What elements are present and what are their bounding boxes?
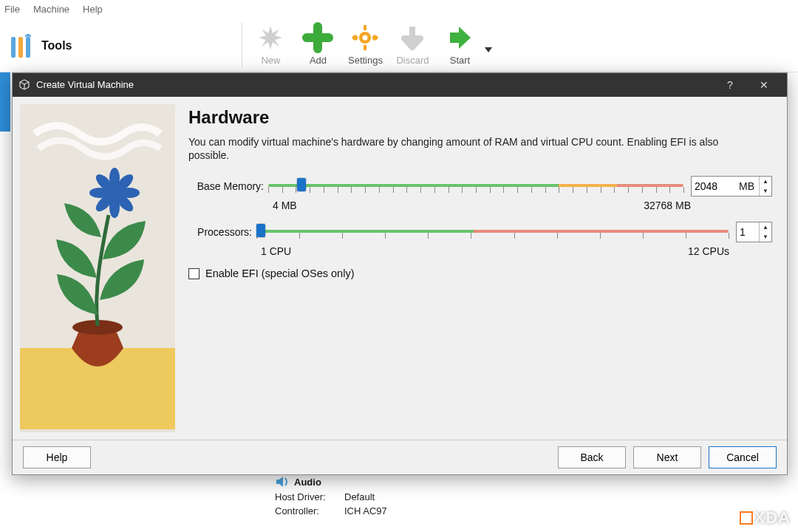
watermark: XDA <box>740 508 791 528</box>
down-arrow-icon <box>397 22 428 53</box>
memory-max-label: 32768 MB <box>644 200 691 211</box>
toolbar-divider <box>242 22 242 66</box>
svg-rect-1 <box>18 37 23 58</box>
tools-entry[interactable]: Tools <box>4 21 79 61</box>
menu-bar: File Machine Help <box>0 0 798 18</box>
memory-min-label: 4 MB <box>273 200 297 211</box>
wizard-illustration <box>20 104 175 432</box>
efi-label: Enable EFI (special OSes only) <box>205 267 354 279</box>
efi-checkbox[interactable] <box>188 268 200 279</box>
play-arrow-icon <box>444 22 475 53</box>
tools-icon <box>9 31 35 61</box>
gear-icon <box>349 22 381 53</box>
cpu-spin-up[interactable]: ▲ <box>760 222 771 232</box>
create-vm-dialog: Create Virtual Machine ? ✕ <box>12 72 788 475</box>
memory-input[interactable] <box>692 180 739 192</box>
memory-label: Base Memory: <box>188 180 268 192</box>
cpu-max-label: 12 CPUs <box>688 245 729 257</box>
memory-slider[interactable] <box>268 177 683 196</box>
toolbar-new[interactable]: New <box>247 21 294 66</box>
main-toolbar: Tools New Add Settings <box>0 18 798 72</box>
menu-machine[interactable]: Machine <box>33 4 69 15</box>
cpu-label: Processors: <box>188 226 256 238</box>
memory-spinbox[interactable]: MB ▲▼ <box>691 176 772 197</box>
efi-checkbox-row[interactable]: Enable EFI (special OSes only) <box>188 267 772 279</box>
dialog-footer: Help Back Next Cancel <box>13 440 787 474</box>
watermark-icon <box>740 511 753 525</box>
cpu-spin-down[interactable]: ▼ <box>760 232 771 242</box>
toolbar-settings[interactable]: Settings <box>341 21 389 66</box>
tools-label: Tools <box>41 39 72 52</box>
speaker-icon <box>275 475 290 488</box>
memory-spin-down[interactable]: ▼ <box>760 186 771 196</box>
toolbar-discard[interactable]: Discard <box>389 21 436 66</box>
toolbar-add[interactable]: Add <box>294 21 341 66</box>
cpu-spinbox[interactable]: ▲▼ <box>736 222 772 242</box>
cpu-input[interactable] <box>737 226 759 238</box>
cpu-slider-thumb[interactable] <box>256 224 265 237</box>
next-button[interactable]: Next <box>633 446 701 468</box>
page-description: You can modify virtual machine's hardwar… <box>188 135 750 163</box>
svg-rect-0 <box>11 37 16 58</box>
menu-file[interactable]: File <box>4 4 20 15</box>
memory-spin-up[interactable]: ▲ <box>760 177 771 186</box>
details-audio-section: Audio Host Driver:Default Controller:ICH… <box>275 475 387 516</box>
memory-slider-thumb[interactable] <box>297 178 306 191</box>
svg-rect-7 <box>364 45 366 50</box>
menu-help[interactable]: Help <box>83 4 103 15</box>
svg-marker-3 <box>259 26 282 50</box>
dialog-help-button[interactable]: ? <box>713 79 747 91</box>
page-title: Hardware <box>188 107 772 128</box>
cube-icon <box>18 79 30 91</box>
toolbar-start[interactable]: Start <box>436 21 492 66</box>
svg-rect-2 <box>26 37 30 58</box>
dropdown-caret-icon[interactable] <box>485 47 492 53</box>
wizard-page-hardware: Hardware You can modify virtual machine'… <box>175 97 787 440</box>
dialog-close-button[interactable]: ✕ <box>747 79 781 91</box>
dialog-title: Create Virtual Machine <box>36 79 134 90</box>
cancel-button[interactable]: Cancel <box>709 446 777 468</box>
help-button[interactable]: Help <box>23 446 91 468</box>
back-button[interactable]: Back <box>558 446 626 468</box>
plus-icon <box>302 22 333 53</box>
starburst-icon <box>255 22 286 53</box>
cpu-slider[interactable] <box>256 222 729 242</box>
svg-marker-14 <box>485 47 492 52</box>
dialog-titlebar: Create Virtual Machine ? ✕ <box>13 73 787 97</box>
memory-suffix: MB <box>739 180 759 192</box>
svg-rect-6 <box>364 25 366 30</box>
cpu-min-label: 1 CPU <box>261 245 291 257</box>
svg-point-5 <box>363 35 368 41</box>
sidebar-selection-strip <box>0 72 10 132</box>
